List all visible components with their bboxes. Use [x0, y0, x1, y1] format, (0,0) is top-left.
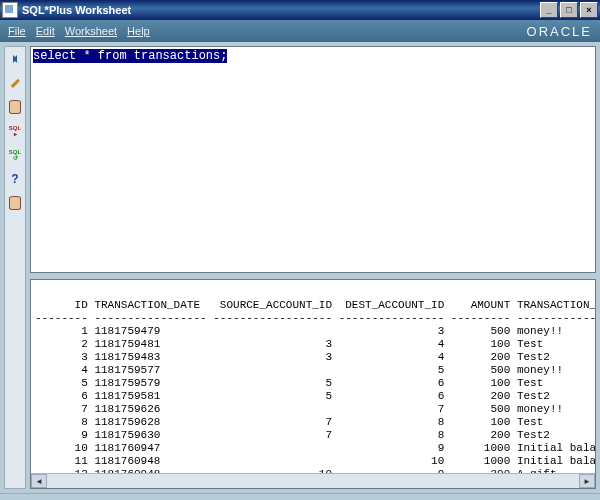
exit-button[interactable]: [7, 195, 23, 211]
results-pane: ID TRANSACTION_DATE SOURCE_ACCOUNT_ID DE…: [30, 279, 596, 489]
scroll-left-button[interactable]: ◄: [31, 474, 47, 488]
brand-label: ORACLE: [527, 24, 592, 39]
maximize-button[interactable]: □: [560, 2, 578, 18]
results-h-scrollbar[interactable]: ◄ ►: [31, 473, 595, 488]
sql-editor[interactable]: select * from transactions;: [31, 47, 595, 272]
minimize-button[interactable]: _: [540, 2, 558, 18]
menu-edit[interactable]: Edit: [36, 25, 55, 37]
menu-worksheet[interactable]: Worksheet: [65, 25, 117, 37]
menu-file[interactable]: File: [8, 25, 26, 37]
database-icon: [9, 100, 21, 114]
window-title: SQL*Plus Worksheet: [22, 4, 131, 16]
tools-button[interactable]: [7, 75, 23, 91]
run-sql-button[interactable]: SQL▸: [7, 123, 23, 139]
results-output[interactable]: ID TRANSACTION_DATE SOURCE_ACCOUNT_ID DE…: [31, 280, 595, 488]
sql-editor-pane: select * from transactions;: [30, 46, 596, 273]
title-bar: SQL*Plus Worksheet _ □ ×: [0, 0, 600, 20]
connect-button[interactable]: [7, 51, 23, 67]
sql-history-icon: SQL↺: [9, 149, 21, 161]
panes: select * from transactions; ID TRANSACTI…: [30, 46, 596, 489]
app-icon: [2, 2, 18, 18]
connect-icon: [9, 53, 21, 65]
help-button[interactable]: ?: [7, 171, 23, 187]
workspace: SQL▸ SQL↺ ? select * from transactions; …: [0, 42, 600, 493]
scroll-track[interactable]: [47, 475, 579, 487]
sql-history-button[interactable]: SQL↺: [7, 147, 23, 163]
sql-run-icon: SQL▸: [9, 125, 21, 137]
wrench-icon: [7, 75, 24, 92]
close-button[interactable]: ×: [580, 2, 598, 18]
exit-icon: [9, 196, 21, 210]
sql-query-text: select * from transactions;: [33, 49, 227, 63]
menu-help[interactable]: Help: [127, 25, 150, 37]
status-bar: [0, 493, 600, 500]
help-icon: ?: [10, 173, 20, 185]
menu-bar: File Edit Worksheet Help ORACLE: [0, 20, 600, 42]
left-toolbar: SQL▸ SQL↺ ?: [4, 46, 26, 489]
scroll-right-button[interactable]: ►: [579, 474, 595, 488]
database-button[interactable]: [7, 99, 23, 115]
